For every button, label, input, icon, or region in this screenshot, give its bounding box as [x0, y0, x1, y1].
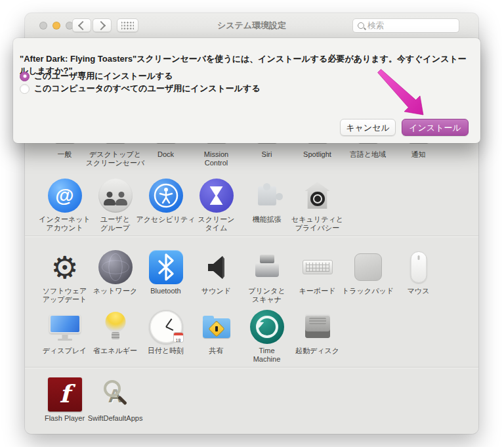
- pref-item-startup-disk[interactable]: 起動ディスク: [292, 310, 343, 364]
- pref-row-1: 一般 デスクトップと スクリーンセーバ Dock Mission Control…: [25, 141, 478, 167]
- pref-item-extensions[interactable]: 機能拡張: [242, 179, 292, 232]
- internet-accounts-icon: [48, 179, 82, 213]
- pref-item-accessibility[interactable]: アクセシビリティ: [140, 179, 191, 232]
- pref-item-spotlight[interactable]: Spotlight: [292, 141, 343, 167]
- road-sign-icon: [208, 320, 224, 337]
- radio-unselected-icon[interactable]: [20, 84, 30, 94]
- pref-item-swift-default-apps[interactable]: SwiftDefaultApps: [90, 377, 140, 423]
- date-time-icon: 18: [149, 310, 183, 344]
- search-icon: [358, 22, 364, 29]
- titlebar: システム環境設定 検索: [25, 13, 478, 39]
- show-all-button[interactable]: [117, 18, 138, 32]
- sound-icon: [200, 250, 234, 284]
- trackpad-icon: [351, 250, 385, 284]
- time-machine-icon: [250, 310, 284, 344]
- forward-button[interactable]: [93, 18, 112, 32]
- calendar-badge: 18: [173, 332, 184, 343]
- pref-row-2: インターネット アカウント ユーザと グループ アクセシビリティ スクリーン タ…: [25, 179, 478, 232]
- pref-item-general[interactable]: 一般: [39, 141, 90, 167]
- chevron-right-icon: [96, 20, 106, 30]
- energy-saver-icon: [98, 310, 133, 344]
- pref-item-trackpad[interactable]: トラックパッド: [343, 250, 393, 304]
- close-button[interactable]: [39, 22, 47, 30]
- pref-item-dock[interactable]: Dock: [140, 141, 191, 167]
- swift-default-apps-icon: [98, 377, 133, 412]
- pref-item-users-groups[interactable]: ユーザと グループ: [90, 179, 140, 232]
- printers-scanners-icon: [250, 250, 284, 284]
- chevron-left-icon: [78, 20, 87, 30]
- pref-item-desktop-screensaver[interactable]: デスクトップと スクリーンセーバ: [90, 141, 140, 167]
- magnifier-handle: [117, 396, 127, 406]
- pref-item-date-time[interactable]: 18 日付と時刻: [140, 310, 191, 364]
- pref-item-time-machine[interactable]: Time Machine: [242, 310, 292, 364]
- bluetooth-icon: [149, 250, 183, 284]
- pref-item-sound[interactable]: サウンド: [191, 250, 242, 304]
- pref-item-displays[interactable]: ディスプレイ: [39, 310, 90, 364]
- users-groups-icon: [98, 179, 133, 213]
- pref-item-mission-control[interactable]: Mission Control: [191, 141, 242, 167]
- cancel-button[interactable]: キャンセル: [340, 119, 396, 136]
- startup-disk-icon: [301, 310, 335, 344]
- radio-option-all-users[interactable]: このコンピュータのすべてのユーザ用にインストールする: [20, 83, 261, 95]
- extensions-icon: [250, 179, 284, 213]
- radio-option-this-user[interactable]: このユーザ専用にインストールする: [20, 70, 173, 82]
- pref-row-3: ソフトウェア アップデート ネットワーク Bluetooth サウンド プリンタ…: [25, 250, 478, 304]
- section-divider: [25, 236, 478, 236]
- grid-icon: [121, 21, 134, 30]
- pref-row-4: ディスプレイ 省エネルギー 18 日付と時刻 共有 Time Machine 起…: [25, 310, 478, 364]
- keyboard-icon: [301, 250, 335, 284]
- pref-item-notifications[interactable]: 通知: [393, 141, 444, 167]
- pref-item-bluetooth[interactable]: Bluetooth: [140, 250, 191, 304]
- pref-item-security-privacy[interactable]: セキュリティと プライバシー: [292, 179, 343, 232]
- displays-icon: [48, 310, 82, 344]
- pref-item-network[interactable]: ネットワーク: [90, 250, 140, 304]
- install-button[interactable]: インストール: [402, 119, 469, 136]
- pref-row-5: Flash Player SwiftDefaultApps: [25, 377, 478, 423]
- search-field[interactable]: 検索: [352, 18, 459, 33]
- pref-item-language-region[interactable]: 言語と地域: [343, 141, 393, 167]
- security-privacy-icon: [301, 179, 335, 213]
- network-icon: [98, 250, 133, 284]
- screen-time-icon: [200, 179, 234, 213]
- pref-item-printers-scanners[interactable]: プリンタと スキャナ: [242, 250, 292, 304]
- mouse-icon: [402, 250, 436, 284]
- traffic-lights: [39, 22, 74, 30]
- pref-item-keyboard[interactable]: キーボード: [292, 250, 343, 304]
- radio-selected-icon[interactable]: [20, 72, 30, 81]
- install-sheet-dialog: "After Dark: Flying Toasters"スクリーンセーバを使う…: [13, 38, 480, 143]
- pref-item-siri[interactable]: Siri: [242, 141, 292, 167]
- accessibility-icon: [149, 179, 183, 213]
- pref-item-sharing[interactable]: 共有: [191, 310, 242, 364]
- section-divider: [25, 367, 478, 368]
- pref-item-internet-accounts[interactable]: インターネット アカウント: [39, 179, 90, 232]
- pref-item-screen-time[interactable]: スクリーン タイム: [191, 179, 242, 232]
- flash-player-icon: [48, 377, 82, 412]
- pref-item-energy-saver[interactable]: 省エネルギー: [90, 310, 140, 364]
- software-update-icon: [48, 250, 82, 284]
- pref-item-mouse[interactable]: マウス: [393, 250, 444, 304]
- back-button[interactable]: [72, 18, 91, 32]
- pref-item-flash-player[interactable]: Flash Player: [39, 377, 90, 423]
- search-placeholder: 検索: [368, 20, 384, 32]
- sharing-icon: [200, 310, 234, 344]
- minimize-button[interactable]: [52, 22, 60, 30]
- pref-item-software-update[interactable]: ソフトウェア アップデート: [39, 250, 90, 304]
